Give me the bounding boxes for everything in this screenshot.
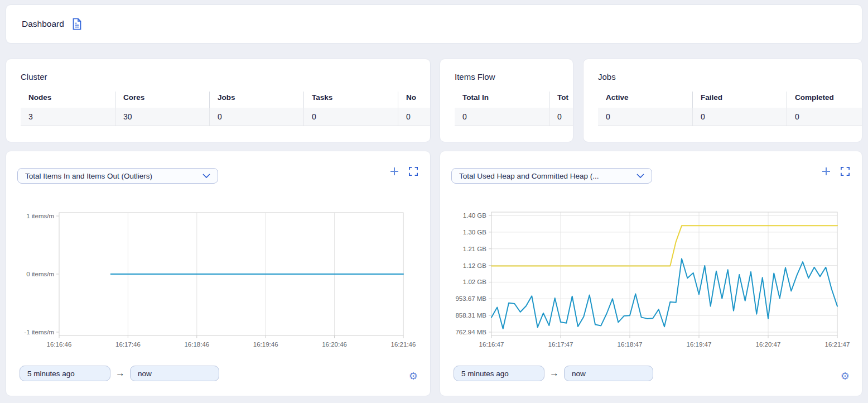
metric-select-items-label: Total Items In and Items Out (Outliers) [25,172,152,180]
items-chart-card: Total Items In and Items Out (Outliers) … [6,151,431,396]
gear-icon[interactable]: ⚙ [409,371,418,381]
stat-value: 0 [303,108,398,126]
arrow-right-icon: → [549,368,559,379]
stat-value: 0 [787,108,862,126]
heap-line-chart: 1.40 GB1.30 GB1.21 GB1.12 GB1.02 GB953.6… [440,204,862,355]
stat-column-header: Cores [115,92,209,108]
svg-text:16:21:47: 16:21:47 [825,341,850,348]
svg-text:762.94 MB: 762.94 MB [455,329,486,335]
cluster-card-title: Cluster [21,72,47,81]
stat-column-header: Nodes [21,92,115,108]
time-to-input[interactable]: now [130,366,219,381]
svg-text:16:18:46: 16:18:46 [184,341,209,348]
svg-text:1.30 GB: 1.30 GB [463,229,487,236]
stat-value: 0 [398,108,430,126]
stat-column-header: No [398,92,430,108]
stat-value-row: 00 [455,108,573,126]
svg-text:1.21 GB: 1.21 GB [463,246,487,252]
chevron-down-icon [202,174,210,178]
fullscreen-icon[interactable] [841,167,850,176]
metric-select-heap[interactable]: Total Used Heap and Committed Heap (... [451,168,652,184]
svg-text:16:17:47: 16:17:47 [548,341,573,348]
document-icon[interactable] [71,18,83,30]
stat-value-row: 000 [598,108,862,126]
metric-select-heap-label: Total Used Heap and Committed Heap (... [459,172,599,180]
stat-value: 0 [455,108,549,126]
svg-text:1.12 GB: 1.12 GB [463,262,487,269]
stat-column-header: Jobs [209,92,303,108]
items-line-chart: 1 items/m0 items/m-1 items/m16:16:4616:1… [6,204,431,355]
svg-text:16:20:46: 16:20:46 [322,341,347,348]
stat-column-header: Completed [787,92,862,108]
add-chart-icon[interactable] [821,166,831,176]
items-flow-card: Items Flow Total InTot00 [440,59,573,142]
jobs-stats-table: ActiveFailedCompleted000 [598,92,862,126]
items-flow-card-title: Items Flow [455,72,495,81]
svg-text:16:19:47: 16:19:47 [687,341,712,348]
fullscreen-icon[interactable] [409,167,418,176]
time-from-input[interactable]: 5 minutes ago [454,366,544,381]
arrow-right-icon: → [115,368,125,379]
stat-value: 0 [209,108,303,126]
svg-text:16:20:47: 16:20:47 [756,341,781,348]
stat-column-header: Tasks [303,92,398,108]
stat-column-header: Active [598,92,692,108]
svg-text:953.67 MB: 953.67 MB [455,295,486,302]
heap-chart-card: Total Used Heap and Committed Heap (... … [440,151,862,396]
stat-column-header: Failed [692,92,787,108]
stat-column-header-row: Total InTot [455,92,573,108]
metric-select-items[interactable]: Total Items In and Items Out (Outliers) [17,168,218,184]
stat-column-header-row: ActiveFailedCompleted [598,92,862,108]
svg-text:16:19:46: 16:19:46 [253,341,278,348]
stat-column-header: Tot [549,92,573,108]
time-to-input[interactable]: now [564,366,653,381]
svg-text:858.31 MB: 858.31 MB [455,312,486,319]
svg-text:1.02 GB: 1.02 GB [463,279,487,285]
page-title: Dashboard [22,19,64,29]
jobs-card-title: Jobs [598,72,616,81]
svg-text:-1 items/m: -1 items/m [24,329,54,335]
svg-text:16:16:46: 16:16:46 [47,341,72,348]
time-from-input[interactable]: 5 minutes ago [20,366,110,381]
svg-text:16:16:47: 16:16:47 [479,341,504,348]
stat-column-header-row: NodesCoresJobsTasksNo [21,92,430,108]
stat-value: 0 [692,108,787,126]
chevron-down-icon [636,174,644,178]
svg-text:16:21:46: 16:21:46 [391,341,416,348]
cluster-card: Cluster NodesCoresJobsTasksNo330000 [6,59,431,142]
add-chart-icon[interactable] [389,166,399,176]
header-card: Dashboard [6,4,862,44]
stat-value: 30 [115,108,209,126]
stat-value: 0 [549,108,573,126]
gear-icon[interactable]: ⚙ [841,371,850,381]
jobs-card: Jobs ActiveFailedCompleted000 [583,59,862,142]
svg-text:16:17:46: 16:17:46 [115,341,141,348]
stat-value: 3 [21,108,115,126]
cluster-stats-table: NodesCoresJobsTasksNo330000 [21,92,430,126]
stat-value-row: 330000 [21,108,430,126]
svg-text:1.40 GB: 1.40 GB [463,212,487,219]
items-flow-stats-table: Total InTot00 [455,92,573,126]
svg-text:0 items/m: 0 items/m [26,271,54,277]
stat-value: 0 [598,108,692,126]
svg-text:16:18:47: 16:18:47 [618,341,643,348]
svg-text:1 items/m: 1 items/m [26,213,54,219]
stat-column-header: Total In [455,92,549,108]
